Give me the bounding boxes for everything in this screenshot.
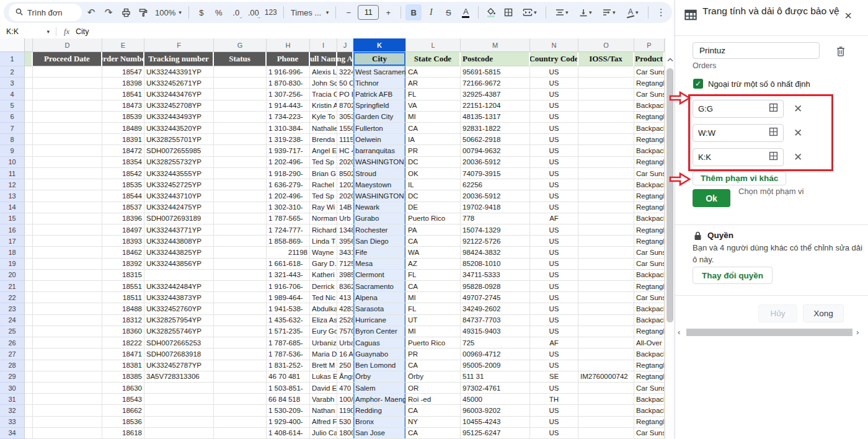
cell-O14[interactable]	[578, 202, 634, 213]
cell-P12[interactable]: Backpack	[634, 179, 665, 190]
column-header-J[interactable]: Shipping Address	[337, 52, 353, 66]
cell-I14[interactable]: Ray Wi	[310, 202, 337, 213]
cell-C27[interactable]	[25, 348, 33, 360]
cell-H14[interactable]: 1 302-310-	[267, 202, 310, 213]
strikethrough-button[interactable]: S	[440, 4, 456, 20]
cell-D7[interactable]	[33, 123, 102, 134]
cell-F4[interactable]: UK332443476YP	[144, 89, 214, 100]
cell-F5[interactable]: UK332452708YP	[144, 100, 214, 112]
font-size-input[interactable]: 11	[358, 5, 379, 20]
cell-F29[interactable]: 3A5V728313306	[144, 371, 214, 383]
cell-N29[interactable]: SE	[530, 371, 578, 383]
cell-L34[interactable]: CA	[406, 428, 461, 439]
row-header-31[interactable]: 31	[0, 394, 25, 405]
row-header-19[interactable]: 19	[0, 259, 25, 270]
cell-D20[interactable]	[33, 270, 102, 281]
cell-P15[interactable]: Backpack	[634, 213, 665, 224]
cell-H27[interactable]: 1 787-536-	[267, 348, 310, 360]
cell-O9[interactable]	[578, 145, 634, 156]
cell-K14[interactable]: Newark	[353, 202, 406, 213]
cell-J29[interactable]: Ångsvä	[337, 371, 353, 383]
cell-C28[interactable]	[25, 360, 33, 371]
formula-input[interactable]: City	[76, 27, 89, 36]
cell-I7[interactable]: Nathalie	[310, 123, 337, 134]
cell-F26[interactable]: SDH0072665253	[144, 337, 214, 348]
cell-M27[interactable]: 00969-4712	[461, 348, 530, 360]
cell-C13[interactable]	[25, 190, 33, 202]
cell-J2[interactable]: 3224 P	[337, 66, 353, 78]
cell-P22[interactable]: Car Suns	[634, 292, 665, 303]
cell-F6[interactable]: UK332443493YP	[144, 112, 214, 123]
cell-P14[interactable]: Regtangle	[634, 202, 665, 213]
cell-E22[interactable]: 18511	[102, 292, 144, 303]
cell-M28[interactable]: 95005-2009	[461, 360, 530, 371]
cell-H22[interactable]: 1 989-464-	[267, 292, 310, 303]
cell-O21[interactable]	[578, 281, 634, 292]
cell-C14[interactable]	[25, 202, 33, 213]
cell-P19[interactable]: Car Suns	[634, 259, 665, 270]
cell-E16[interactable]: 18497	[102, 224, 144, 236]
cell-D19[interactable]	[33, 259, 102, 270]
cell-G22[interactable]	[214, 292, 267, 303]
cell-E34[interactable]: 18618	[102, 428, 144, 439]
cell-P7[interactable]: Backpack	[634, 123, 665, 134]
cell-N4[interactable]: US	[530, 89, 578, 100]
cell-D11[interactable]	[33, 168, 102, 179]
cell-L28[interactable]: CA	[406, 360, 461, 371]
text-color-button[interactable]: A	[458, 4, 474, 20]
cell-M17[interactable]: 92122-5726	[461, 236, 530, 247]
row-header-12[interactable]: 12	[0, 179, 25, 190]
select-range-grid-icon[interactable]	[769, 151, 778, 163]
cell-N32[interactable]: US	[530, 405, 578, 416]
cell-L30[interactable]: OR	[406, 383, 461, 394]
cell-K27[interactable]: Guaynabo	[353, 348, 406, 360]
cell-M19[interactable]: 85208-1010	[461, 259, 530, 270]
cell-H26[interactable]: 1 787-685-	[267, 337, 310, 348]
cell-F28[interactable]: UK332452787YP	[144, 360, 214, 371]
column-header-E[interactable]: Order Number	[102, 52, 144, 66]
cell-N3[interactable]: US	[530, 78, 578, 89]
cell-H34[interactable]: 1 408-614-	[267, 428, 310, 439]
select-range-grid-icon[interactable]	[769, 103, 778, 115]
row-header-26[interactable]: 26	[0, 337, 25, 348]
cell-H12[interactable]: 1 636-279-	[267, 179, 310, 190]
cell-M4[interactable]: 32925-4387	[461, 89, 530, 100]
cell-P26[interactable]: All-Over F	[634, 337, 665, 348]
cell-H8[interactable]: 1 319-238-	[267, 134, 310, 145]
cell-K11[interactable]: Stroud	[353, 168, 406, 179]
cell-E3[interactable]: 18398	[102, 78, 144, 89]
cell-J13[interactable]: 2020 O	[337, 190, 353, 202]
cell-F33[interactable]	[144, 417, 214, 428]
column-letter-N[interactable]: N	[530, 38, 578, 52]
cell-N19[interactable]: US	[530, 259, 578, 270]
row-header-3[interactable]: 3	[0, 78, 25, 89]
row-header-11[interactable]: 11	[0, 168, 25, 179]
cell-H10[interactable]: 1 202-496-	[267, 157, 310, 168]
column-letter-I[interactable]: I	[310, 38, 337, 52]
row-header-29[interactable]: 29	[0, 371, 25, 383]
cell-D15[interactable]	[33, 213, 102, 224]
cell-K2[interactable]: West Sacramento	[353, 66, 406, 78]
zoom-control[interactable]: 100%▾	[153, 8, 184, 17]
cell-I31[interactable]: Varabh	[310, 394, 337, 405]
cell-C22[interactable]	[25, 292, 33, 303]
cell-H18[interactable]: 21198	[267, 247, 310, 258]
cell-K9[interactable]: barranquitas	[353, 145, 406, 156]
cell-I18[interactable]: Wayne	[310, 247, 337, 258]
cell-M12[interactable]: 62256	[461, 179, 530, 190]
row-header-21[interactable]: 21	[0, 281, 25, 292]
cell-K19[interactable]: Mesa	[353, 259, 406, 270]
cell-L8[interactable]: IA	[406, 134, 461, 145]
cell-G11[interactable]	[214, 168, 267, 179]
cell-P21[interactable]: Regtangle	[634, 281, 665, 292]
vertical-align-button[interactable]: ▾	[574, 4, 596, 20]
range-input[interactable]: K:K	[693, 148, 784, 166]
cell-N11[interactable]: US	[530, 168, 578, 179]
cell-I32[interactable]: Nathan	[310, 405, 337, 416]
cell-L5[interactable]: VA	[406, 100, 461, 112]
cell-K22[interactable]: Alpena	[353, 292, 406, 303]
cell-I21[interactable]: Derrick	[310, 281, 337, 292]
cell-N6[interactable]: US	[530, 112, 578, 123]
cell-F34[interactable]	[144, 428, 214, 439]
cell-P33[interactable]: Regtangle	[634, 417, 665, 428]
